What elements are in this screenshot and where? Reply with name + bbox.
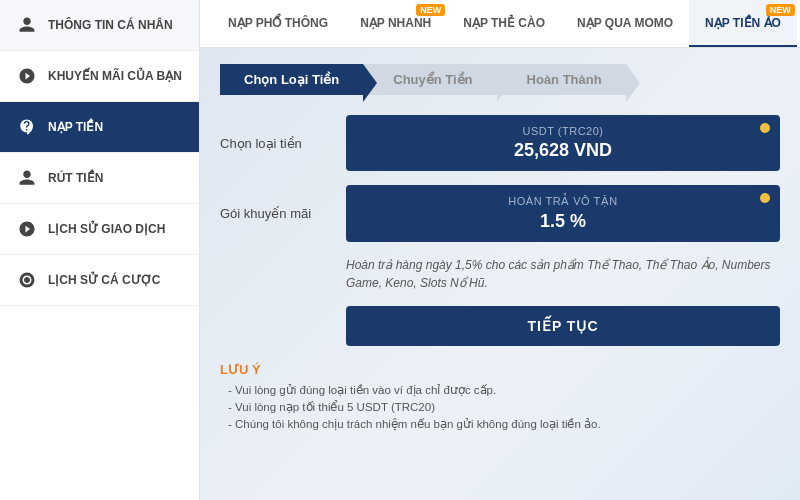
goi-khuyen-mai-subtitle: HOÀN TRẢ VÔ TẬN [508, 195, 617, 208]
sidebar-item-thong-tin[interactable]: THÔNG TIN CÁ NHÂN [0, 0, 199, 51]
chon-loai-tien-subtitle: USDT (TRC20) [523, 125, 604, 137]
chon-loai-tien-value: 25,628 VND [514, 140, 612, 161]
sidebar-icon-khuyen-mai [16, 65, 38, 87]
sidebar-label-thong-tin: THÔNG TIN CÁ NHÂN [48, 18, 173, 32]
note-item: Vui lòng gửi đúng loại tiền vào ví địa c… [220, 383, 780, 397]
sidebar-item-khuyen-mai[interactable]: KHUYẾN MÃI CỦA BẠN [0, 51, 199, 102]
notes-title: LƯU Ý [220, 362, 780, 377]
main-content: NẠP PHỔ THÔNGNẠP NHANHNEWNẠP THẺ CÀONẠP … [200, 0, 800, 500]
tab-badge-nap-tien-ao: NEW [766, 4, 795, 16]
sidebar-icon-rut-tien [16, 167, 38, 189]
tab-nap-the-cao[interactable]: NẠP THẺ CÀO [447, 0, 561, 47]
sidebar-item-rut-tien[interactable]: RÚT TIỀN [0, 153, 199, 204]
dot-indicator-2 [760, 193, 770, 203]
continue-button[interactable]: TIẾP TỤC [346, 306, 780, 346]
sidebar: THÔNG TIN CÁ NHÂNKHUYẾN MÃI CỦA BẠNNẠP T… [0, 0, 200, 500]
goi-khuyen-mai-label: Gói khuyến mãi [220, 206, 330, 221]
sidebar-item-lich-su-giao-dich[interactable]: LỊCH SỬ GIAO DỊCH [0, 204, 199, 255]
notes-section: LƯU Ý Vui lòng gửi đúng loại tiền vào ví… [220, 362, 780, 431]
sidebar-label-lich-su-giao-dich: LỊCH SỬ GIAO DỊCH [48, 222, 165, 236]
tab-nap-tien-ao[interactable]: NẠP TIỀN ẢONEW [689, 0, 797, 47]
svg-point-0 [20, 273, 35, 288]
goi-khuyen-mai-row: Gói khuyến mãi HOÀN TRẢ VÔ TẬN 1.5 % [220, 185, 780, 242]
tab-badge-nap-nhanh: NEW [416, 4, 445, 16]
step-hoan-thanh: Hoàn Thành [497, 64, 626, 95]
sidebar-label-rut-tien: RÚT TIỀN [48, 171, 103, 185]
tabs-bar: NẠP PHỔ THÔNGNẠP NHANHNEWNẠP THẺ CÀONẠP … [200, 0, 800, 48]
hoantrap-note: Hoàn trả hàng ngày 1,5% cho các sản phẩm… [346, 256, 780, 292]
note-item: Vui lòng nạp tối thiểu 5 USDT (TRC20) [220, 400, 780, 414]
chon-loai-tien-select[interactable]: USDT (TRC20) 25,628 VND [346, 115, 780, 171]
sidebar-icon-thong-tin [16, 14, 38, 36]
step-chuyen-tien: Chuyển Tiền [363, 64, 496, 95]
sidebar-label-lich-su-ca-cuoc: LỊCH SỬ CÁ CƯỢC [48, 273, 160, 287]
sidebar-item-lich-su-ca-cuoc[interactable]: LỊCH SỬ CÁ CƯỢC [0, 255, 199, 306]
goi-khuyen-mai-select[interactable]: HOÀN TRẢ VÔ TẬN 1.5 % [346, 185, 780, 242]
tab-nap-qua-momo[interactable]: NẠP QUA MOMO [561, 0, 689, 47]
note-item: Chúng tôi không chịu trách nhiệm nếu bạn… [220, 417, 780, 431]
sidebar-icon-nap-tien [16, 116, 38, 138]
goi-khuyen-mai-value: 1.5 % [540, 211, 586, 232]
chon-loai-tien-row: Chọn loại tiền USDT (TRC20) 25,628 VND [220, 115, 780, 171]
tab-nap-nhanh[interactable]: NẠP NHANHNEW [344, 0, 447, 47]
chon-loai-tien-label: Chọn loại tiền [220, 136, 330, 151]
step-chon-loai-tien: Chọn Loại Tiền [220, 64, 363, 95]
sidebar-label-nap-tien: NẠP TIỀN [48, 120, 103, 134]
dot-indicator [760, 123, 770, 133]
content-area: Chọn Loại TiềnChuyển TiềnHoàn Thành Chọn… [200, 48, 800, 500]
sidebar-label-khuyen-mai: KHUYẾN MÃI CỦA BẠN [48, 69, 182, 83]
sidebar-icon-lich-su-ca-cuoc [16, 269, 38, 291]
sidebar-icon-lich-su-giao-dich [16, 218, 38, 240]
sidebar-item-nap-tien[interactable]: NẠP TIỀN [0, 102, 199, 153]
tab-nap-pho-thong[interactable]: NẠP PHỔ THÔNG [212, 0, 344, 47]
steps-bar: Chọn Loại TiềnChuyển TiềnHoàn Thành [220, 64, 780, 95]
notes-list: Vui lòng gửi đúng loại tiền vào ví địa c… [220, 383, 780, 431]
